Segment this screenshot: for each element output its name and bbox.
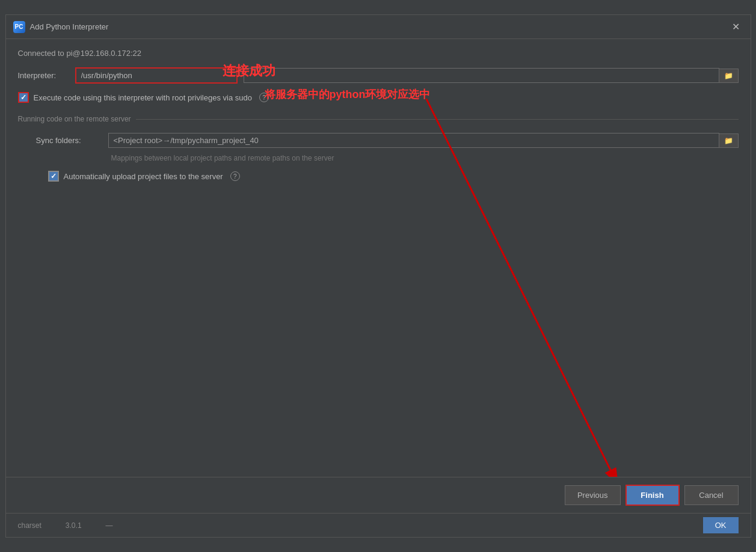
title-left: PC Add Python Interpreter bbox=[13, 21, 109, 33]
previous-button[interactable]: Previous bbox=[565, 485, 621, 505]
auto-upload-help-icon[interactable]: ? bbox=[230, 171, 240, 181]
auto-upload-checkbox[interactable]: ✓ bbox=[48, 171, 59, 182]
title-bar: PC Add Python Interpreter ✕ bbox=[6, 15, 751, 39]
connection-info: Connected to pi@192.168.0.172:22 bbox=[18, 49, 739, 58]
sudo-checkbox[interactable]: ✓ bbox=[18, 92, 29, 103]
sync-field-wrapper: 📁 bbox=[108, 133, 739, 148]
ok-button[interactable]: OK bbox=[703, 517, 739, 533]
bottom-bar: charset 3.0.1 — OK bbox=[6, 513, 751, 537]
bottom-charset-label: charset bbox=[18, 521, 41, 530]
finish-button[interactable]: Finish bbox=[625, 485, 680, 506]
interpreter-field-extended[interactable] bbox=[244, 68, 719, 83]
annotation-connected: 连接成功 bbox=[223, 62, 275, 80]
mapping-hint: Mappings between local project paths and… bbox=[18, 154, 739, 162]
sync-folders-row: Sync folders: 📁 bbox=[18, 133, 739, 148]
sync-field-input[interactable] bbox=[108, 133, 719, 148]
dialog-content: Connected to pi@192.168.0.172:22 连接成功 In… bbox=[6, 39, 751, 477]
auto-upload-checkmark: ✓ bbox=[51, 172, 57, 180]
annotation-select-env: 将服务器中的python环境对应选中 bbox=[265, 87, 431, 102]
auto-upload-label: Automatically upload project files to th… bbox=[64, 172, 223, 181]
dialog-title: Add Python Interpreter bbox=[30, 22, 109, 31]
sync-label: Sync folders: bbox=[36, 136, 102, 145]
cancel-button[interactable]: Cancel bbox=[684, 485, 739, 505]
remote-server-section: Running code on the remote server bbox=[18, 115, 739, 123]
annotation-arrow bbox=[6, 39, 751, 477]
interpreter-browse-button[interactable]: 📁 bbox=[719, 69, 739, 83]
interpreter-label: Interpreter: bbox=[18, 71, 69, 80]
interpreter-input[interactable] bbox=[75, 67, 238, 84]
bottom-charset-value: 3.0.1 bbox=[66, 521, 82, 530]
sync-browse-button[interactable]: 📁 bbox=[719, 133, 739, 148]
bottom-dash: — bbox=[106, 521, 113, 530]
add-interpreter-dialog: PC Add Python Interpreter ✕ Connected to… bbox=[5, 14, 751, 538]
sudo-label: Execute code using this interpreter with… bbox=[34, 93, 252, 102]
pycharm-icon: PC bbox=[13, 21, 25, 33]
interpreter-row: Interpreter: 📁 bbox=[18, 67, 739, 84]
close-button[interactable]: ✕ bbox=[728, 20, 743, 34]
dialog-footer: Previous Finish Cancel bbox=[6, 477, 751, 513]
sudo-checkmark: ✓ bbox=[20, 93, 26, 102]
auto-upload-row: ✓ Automatically upload project files to … bbox=[18, 171, 739, 182]
